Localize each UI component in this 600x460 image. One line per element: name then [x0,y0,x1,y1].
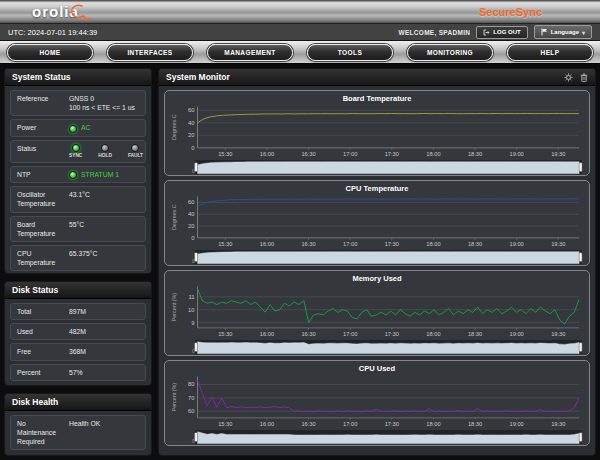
disk-health-header: Disk Health [5,394,151,411]
row-value: 55°C [69,220,139,238]
chart-title: Board Temperature [168,93,586,103]
row-value: STRATUM 1 [69,170,139,179]
x-tick-label: 16:00 [260,421,274,427]
navigator-handle-right[interactable] [579,343,582,352]
x-tick-label: 16:30 [301,421,315,427]
sync-led-icon [72,144,80,152]
series-line [198,289,580,324]
status-row: PowerAC [10,119,146,136]
disk-health-body: No Maintenance RequiredHealth OK [5,411,151,456]
system-monitor-title: System Monitor [166,72,230,82]
x-tick-label: 17:00 [343,331,357,337]
main-area: System Monitor [158,68,596,456]
row-label: Reference [17,94,69,112]
nav-monitoring[interactable]: MONITORING [407,44,493,61]
y-tick-label: 60 [188,199,195,205]
fault-led-icon [131,144,139,152]
sidebar: System Status ReferenceGNSS 0100 ns < ET… [4,68,152,456]
status-row: NTPSTRATUM 1 [10,166,146,183]
disk-status-panel: Disk Status Total897MUsed482MFree368MPer… [4,281,152,386]
x-tick-label: 16:00 [260,331,274,337]
x-tick-label: 15:30 [218,421,232,427]
status-row: Oscillator Temperature43.1°C [10,186,146,212]
x-tick-label: 17:00 [343,151,357,157]
chart-plot[interactable]: 0204060Degrees C15:3016:0016:3017:0017:3… [168,103,586,175]
x-tick-label: 17:00 [343,421,357,427]
language-button[interactable]: Language ▾ [534,25,592,39]
navigator-area [198,342,580,354]
content-area: System Status ReferenceGNSS 0100 ns < ET… [0,64,600,460]
y-tick-label: 20 [188,132,195,138]
row-label: Power [17,123,69,132]
row-value: Health OK [69,419,139,447]
status-row: Percent57% [10,364,146,381]
navigator-handle-left[interactable] [195,433,198,442]
navigator-area [198,162,580,174]
navigator-handle-right[interactable] [579,433,582,442]
chart-title: CPU Temperature [168,183,586,193]
nav-home[interactable]: HOME [7,44,93,61]
status-row: Used482M [10,323,146,340]
nav-tools[interactable]: TOOLS [307,44,393,61]
row-value: SYNCHOLDFAULT [69,144,143,159]
fault-led-group: FAULT [128,144,143,159]
disk-health-panel: Disk Health No Maintenance RequiredHealt… [4,393,152,456]
x-tick-label: 19:00 [510,421,524,427]
chart-title: Memory Used [168,273,586,283]
x-tick-label: 15:30 [218,331,232,337]
x-tick-label: 19:30 [551,151,565,157]
row-label: Free [17,347,69,356]
row-label: Percent [17,368,69,377]
y-tick-label: 40 [188,211,195,217]
chart-cpu-temperature: CPU Temperature0204060Degrees C15:3016:0… [164,180,590,266]
x-tick-label: 16:30 [301,241,315,247]
x-tick-label: 16:30 [301,331,315,337]
row-value: AC [69,123,139,132]
x-tick-label: 18:00 [426,331,440,337]
x-tick-label: 19:00 [510,151,524,157]
chevron-down-icon: ▾ [582,29,585,36]
x-tick-label: 16:00 [260,241,274,247]
chart-plot[interactable]: 607080Percent (%)15:3016:0016:3017:0017:… [168,373,586,445]
row-label: Board Temperature [17,220,69,238]
gear-icon[interactable] [564,73,573,82]
navigator-handle-right[interactable] [579,253,582,262]
y-tick-label: 11 [188,294,194,300]
x-tick-label: 19:30 [551,241,565,247]
language-label: Language [551,29,579,35]
logout-button[interactable]: LOG OUT [476,26,527,39]
status-row: CPU Temperature65.375°C [10,245,146,271]
brand-header: orolia SecureSync [0,0,600,24]
trash-icon[interactable] [580,73,588,82]
orolia-logo[interactable]: orolia [32,1,94,23]
nav-help[interactable]: HELP [507,44,593,61]
navigator-handle-left[interactable] [195,343,198,352]
status-led-icon [69,125,77,133]
status-row: Free368M [10,343,146,360]
row-label: No Maintenance Required [17,419,69,447]
sync-led-group: SYNC [69,144,82,159]
nav-bar: HOMEINTERFACESMANAGEMENTTOOLSMONITORINGH… [0,41,600,64]
chart-cpu-used: CPU Used607080Percent (%)15:3016:0016:30… [164,360,590,446]
chart-plot[interactable]: 91011Percent (%)15:3016:0016:3017:0017:3… [168,283,586,355]
led-label: FAULT [128,153,143,159]
status-row: Total897M [10,303,146,320]
navigator-handle-left[interactable] [195,253,198,262]
x-tick-label: 17:00 [343,241,357,247]
utc-bar: UTC: 2024-07-01 19:44:39 WELCOME, SPADMI… [0,24,600,41]
y-tick-label: 0 [191,145,195,151]
navigator-handle-left[interactable] [195,163,198,172]
chart-plot[interactable]: 0204060Degrees C15:3016:0016:3017:0017:3… [168,193,586,265]
navigator-handle-right[interactable] [579,163,582,172]
y-tick-label: 0 [191,235,195,241]
x-tick-label: 18:00 [426,241,440,247]
navigator-area [198,252,580,264]
row-value: 897M [69,307,139,316]
row-value: 43.1°C [69,190,139,208]
row-label: Used [17,327,69,336]
x-tick-label: 18:30 [468,331,482,337]
y-tick-label: 70 [188,395,195,401]
nav-interfaces[interactable]: INTERFACES [107,44,193,61]
y-axis-label: Percent (%) [171,293,177,322]
nav-management[interactable]: MANAGEMENT [207,44,293,61]
